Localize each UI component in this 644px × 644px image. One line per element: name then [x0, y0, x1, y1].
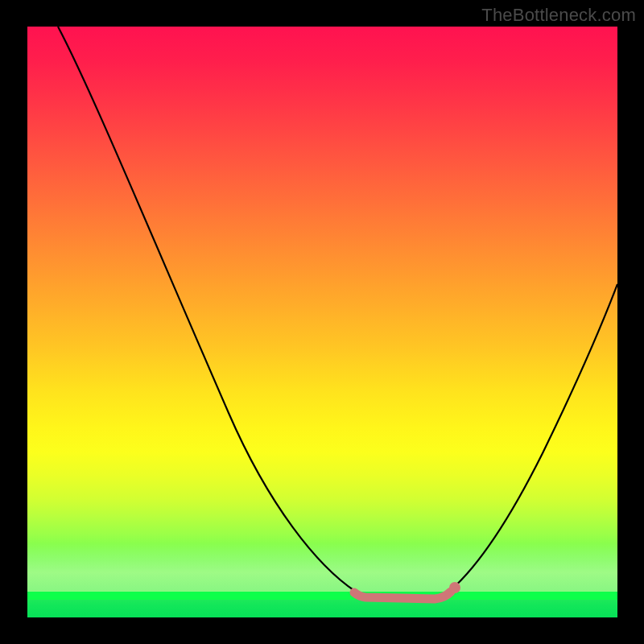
- curve-left: [58, 27, 356, 592]
- chart-frame: TheBottleneck.com: [0, 0, 644, 644]
- curve-right: [451, 284, 617, 590]
- plot-area: [27, 27, 617, 617]
- watermark-text: TheBottleneck.com: [481, 5, 636, 26]
- marker-dot: [449, 582, 460, 593]
- curve-flat-segment: [354, 592, 451, 599]
- curve-layer: [27, 27, 617, 617]
